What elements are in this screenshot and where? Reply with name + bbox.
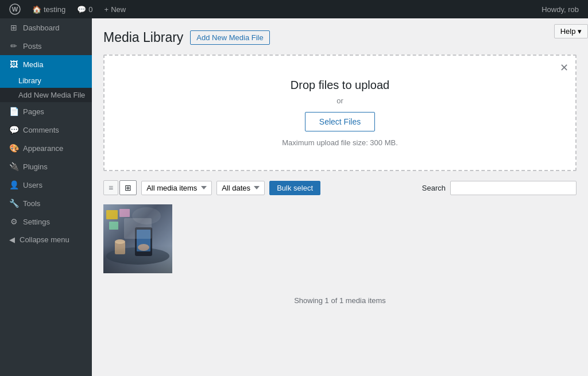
page-title: Media Library <box>103 30 183 45</box>
comments-icon: 💬 <box>9 125 18 134</box>
media-icon: 🖼 <box>9 60 18 69</box>
adminbar-wp-logo[interactable]: W <box>5 0 25 18</box>
svg-point-13 <box>138 244 149 251</box>
admin-bar: W 🏠 testing 💬 0 + New Howdy, rob <box>0 0 588 18</box>
media-submenu: Library Add New Media File <box>0 73 92 102</box>
close-upload-button[interactable]: ✕ <box>560 63 568 73</box>
admin-menu: ⊞ Dashboard ✏ Posts 🖼 Media L <box>0 18 92 231</box>
grid-view-button[interactable]: ⊞ <box>119 180 137 195</box>
plugins-icon: 🔌 <box>9 162 18 171</box>
sidebar-item-dashboard[interactable]: ⊞ Dashboard <box>0 18 92 37</box>
plus-icon: + <box>105 5 109 14</box>
posts-icon: ✏ <box>9 41 18 51</box>
adminbar-comments[interactable]: 💬 0 <box>72 0 97 18</box>
page-header: Media Library Add New Media File <box>103 24 577 45</box>
sidebar: ⊞ Dashboard ✏ Posts 🖼 Media L <box>0 18 92 376</box>
list-view-button[interactable]: ≡ <box>103 180 118 195</box>
dashboard-icon: ⊞ <box>9 23 18 32</box>
svg-text:W: W <box>12 6 18 13</box>
media-footer: Showing 1 of 1 media items <box>103 296 577 316</box>
svg-rect-10 <box>106 210 118 219</box>
drop-instructions-text: Drop files to upload <box>116 79 564 92</box>
sidebar-item-appearance[interactable]: 🎨 Appearance <box>0 139 92 157</box>
svg-rect-11 <box>119 209 130 217</box>
view-switch: ≡ ⊞ <box>103 180 137 195</box>
media-item[interactable] <box>103 204 172 273</box>
media-toolbar: ≡ ⊞ All media items All dates Bulk selec… <box>103 180 577 195</box>
submenu-item-add-new[interactable]: Add New Media File <box>0 88 92 102</box>
sidebar-item-comments[interactable]: 💬 Comments <box>0 121 92 139</box>
svg-rect-12 <box>109 222 118 230</box>
pages-icon: 📄 <box>9 107 18 116</box>
sidebar-item-users[interactable]: 👤 Users <box>0 176 92 194</box>
main-content: Help ▾ Media Library Add New Media File … <box>92 18 588 376</box>
bulk-select-button[interactable]: Bulk select <box>269 181 320 195</box>
sidebar-item-pages[interactable]: 📄 Pages <box>0 102 92 121</box>
search-input[interactable] <box>450 181 577 195</box>
adminbar-new[interactable]: + New <box>100 0 131 18</box>
adminbar-howdy: Howdy, rob <box>537 5 583 14</box>
filter-media-type-select[interactable]: All media items <box>141 181 212 195</box>
site-home-icon: 🏠 <box>32 5 41 14</box>
settings-icon: ⚙ <box>9 217 18 226</box>
sidebar-item-plugins[interactable]: 🔌 Plugins <box>0 157 92 176</box>
svg-point-9 <box>132 207 161 224</box>
add-new-media-button[interactable]: Add New Media File <box>190 30 269 45</box>
max-upload-size-text: Maximum upload file size: 300 MB. <box>116 138 564 147</box>
svg-rect-8 <box>137 230 150 251</box>
media-item-inner <box>103 204 172 273</box>
help-button-wrap: Help ▾ <box>554 24 588 38</box>
comments-icon: 💬 <box>77 5 86 14</box>
submenu-item-library[interactable]: Library <box>0 73 92 88</box>
media-grid <box>103 204 577 273</box>
users-icon: 👤 <box>9 180 18 189</box>
tools-icon: 🔧 <box>9 199 18 208</box>
collapse-menu-button[interactable]: ◀ Collapse menu <box>0 231 92 249</box>
adminbar-site-name[interactable]: 🏠 testing <box>28 0 70 18</box>
media-thumbnail <box>103 204 172 273</box>
select-files-button[interactable]: Select Files <box>305 112 375 131</box>
drop-or-text: or <box>116 96 564 105</box>
svg-point-4 <box>106 247 169 265</box>
upload-dropzone: ✕ Drop files to upload or Select Files M… <box>103 55 577 171</box>
help-button[interactable]: Help ▾ <box>554 24 588 38</box>
filter-dates-select[interactable]: All dates <box>216 181 265 195</box>
sidebar-item-settings[interactable]: ⚙ Settings <box>0 212 92 231</box>
sidebar-item-media[interactable]: 🖼 Media Library Add New Media File <box>0 55 92 102</box>
page-wrap: Media Library Add New Media File ✕ Drop … <box>103 24 577 316</box>
sidebar-item-posts[interactable]: ✏ Posts <box>0 37 92 55</box>
svg-point-6 <box>115 239 125 244</box>
sidebar-item-tools[interactable]: 🔧 Tools <box>0 194 92 212</box>
search-label: Search <box>422 184 446 192</box>
collapse-arrow-icon: ◀ <box>9 235 15 244</box>
appearance-icon: 🎨 <box>9 144 18 153</box>
showing-count-text: Showing 1 of 1 media items <box>294 296 386 305</box>
